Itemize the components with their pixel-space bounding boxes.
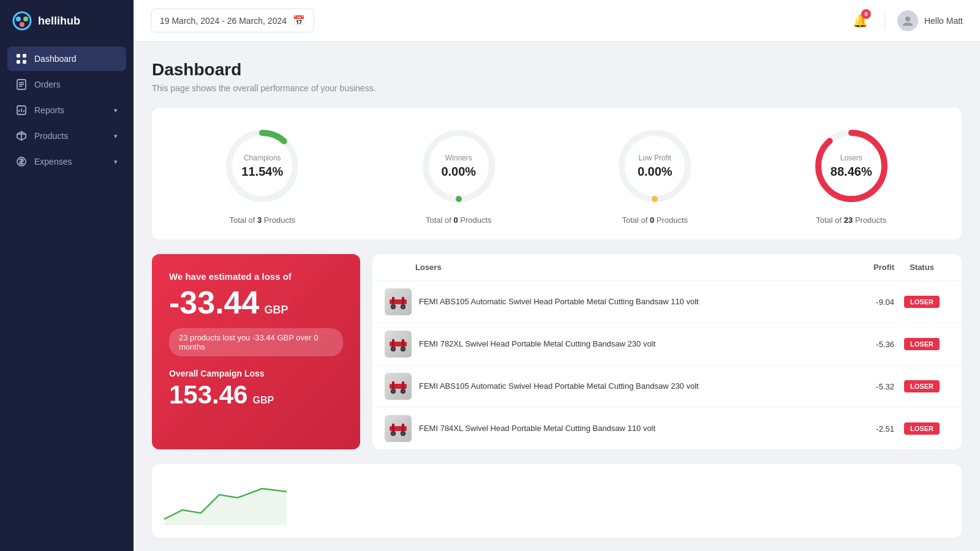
table-row: FEMI 782XL Swivel Head Portable Metal Cu… <box>372 323 962 365</box>
gauge-count: 0 <box>453 216 458 225</box>
reports-chevron-icon: ▾ <box>114 107 118 114</box>
header-right: 🔔 8 Hello Matt <box>849 9 963 32</box>
status-badge: LOSER <box>894 422 949 435</box>
gauge-count: 0 <box>650 216 654 225</box>
table-row: FEMI 784XL Swivel Head Portable Metal Cu… <box>372 408 962 449</box>
losers-rows: FEMI ABS105 Automatic Swivel Head Portab… <box>372 281 962 449</box>
dashboard-icon <box>16 53 27 64</box>
gauge-footer: Total of 0 Products <box>622 216 688 225</box>
sidebar-nav: Dashboard Orders Reports ▾ <box>0 42 134 179</box>
gauge-label-wrap: Losers 88.46% <box>831 154 872 179</box>
notification-button[interactable]: 🔔 8 <box>849 9 872 32</box>
calendar-icon: 📅 <box>293 15 305 26</box>
sidebar-item-dashboard-label: Dashboard <box>34 54 118 64</box>
loser-badge: LOSER <box>904 338 940 350</box>
product-image <box>385 331 412 358</box>
svg-point-34 <box>402 306 404 308</box>
sidebar-item-dashboard[interactable]: Dashboard <box>7 47 126 71</box>
avatar <box>897 10 918 31</box>
bandsaw-icon <box>387 333 409 355</box>
svg-point-46 <box>393 391 394 392</box>
product-image <box>385 288 412 315</box>
sidebar-item-products-label: Products <box>34 131 107 141</box>
gauge-category: Winners <box>441 154 476 162</box>
loss-number: -33.44 <box>169 287 259 318</box>
product-image <box>385 373 412 400</box>
gauge-item-low-profit: Low Profit 0.00% Total of 0 Products <box>557 126 753 225</box>
campaign-amount: 153.46 GBP <box>169 382 343 408</box>
product-image <box>385 415 412 442</box>
page-title: Dashboard <box>152 60 962 80</box>
svg-point-53 <box>393 433 394 435</box>
loss-card: We have estimated a loss of -33.44 GBP 2… <box>152 254 360 449</box>
sidebar-item-reports-label: Reports <box>34 105 107 115</box>
products-icon <box>16 130 27 141</box>
svg-point-2 <box>23 17 28 21</box>
gauge-card: Champions 11.54% Total of 3 Products Win… <box>152 108 962 239</box>
svg-point-32 <box>393 306 394 308</box>
profit-value: -9.04 <box>845 298 894 307</box>
date-range-picker[interactable]: 19 March, 2024 - 26 March, 2024 📅 <box>151 9 314 32</box>
svg-rect-7 <box>23 60 26 64</box>
sidebar-item-expenses[interactable]: Expenses ▾ <box>7 149 126 174</box>
content-area: Dashboard This page shows the overall pe… <box>134 42 980 551</box>
sidebar-item-orders[interactable]: Orders <box>7 72 126 97</box>
bandsaw-icon <box>387 375 409 397</box>
gauge-label-wrap: Low Profit 0.00% <box>638 154 673 179</box>
campaign-label: Overall Campaign Loss <box>169 369 343 378</box>
reports-icon <box>16 105 27 116</box>
gauge-label-wrap: Champions 11.54% <box>241 154 283 179</box>
page-subtitle: This page shows the overall performance … <box>152 83 962 93</box>
svg-point-41 <box>402 348 404 350</box>
logo[interactable]: hellihub <box>0 0 134 42</box>
orders-icon <box>16 79 27 90</box>
svg-point-19 <box>905 17 910 21</box>
gauge-circle: Winners 0.00% <box>419 126 499 206</box>
gauge-count: 23 <box>844 216 853 225</box>
bandsaw-icon <box>387 418 409 440</box>
expenses-chevron-icon: ▾ <box>114 158 118 166</box>
status-badge: LOSER <box>894 380 949 392</box>
table-row: FEMI ABS105 Automatic Swivel Head Portab… <box>372 281 962 323</box>
product-thumbnail <box>385 331 412 358</box>
sidebar-item-products[interactable]: Products ▾ <box>7 124 126 148</box>
table-row: FEMI ABS105 Automatic Swivel Head Portab… <box>372 365 962 408</box>
product-thumbnail <box>385 373 412 400</box>
app-name: hellihub <box>38 15 80 28</box>
campaign-currency: GBP <box>252 395 274 406</box>
gauge-category: Champions <box>241 154 283 162</box>
profit-value: -5.32 <box>845 382 894 391</box>
gauge-item-winners: Winners 0.00% Total of 0 Products <box>361 126 557 225</box>
date-range-text: 19 March, 2024 - 26 March, 2024 <box>160 16 287 26</box>
bottom-section: We have estimated a loss of -33.44 GBP 2… <box>152 254 962 449</box>
product-name: FEMI ABS105 Automatic Swivel Head Portab… <box>419 381 845 392</box>
expenses-icon <box>16 156 27 167</box>
gauge-footer: Total of 0 Products <box>426 216 492 225</box>
loss-intro-text: We have estimated a loss of <box>169 271 343 282</box>
product-name: FEMI 782XL Swivel Head Portable Metal Cu… <box>419 339 845 350</box>
svg-point-39 <box>393 348 394 350</box>
loss-currency: GBP <box>264 304 288 317</box>
gauge-count: 3 <box>257 216 262 225</box>
sidebar-item-orders-label: Orders <box>34 80 118 89</box>
th-profit: Profit <box>845 263 894 272</box>
gauge-footer: Total of 23 Products <box>816 216 886 225</box>
loss-amount: -33.44 GBP <box>169 287 343 318</box>
gauge-circle: Losers 88.46% <box>812 126 891 206</box>
sidebar-item-reports[interactable]: Reports ▾ <box>7 98 126 122</box>
loser-badge: LOSER <box>904 422 940 435</box>
product-thumbnail <box>385 415 412 442</box>
user-menu[interactable]: Hello Matt <box>897 10 963 31</box>
gauge-value: 0.00% <box>441 165 476 179</box>
gauge-category: Losers <box>831 154 872 162</box>
svg-rect-5 <box>23 54 26 58</box>
profit-value: -5.36 <box>845 340 894 349</box>
sidebar-item-expenses-label: Expenses <box>34 157 107 167</box>
gauge-category: Low Profit <box>638 154 673 162</box>
svg-point-55 <box>402 433 404 435</box>
gauge-value: 11.54% <box>241 165 283 179</box>
losers-table: Losers Profit Status FEMI ABS105 Automa <box>372 254 962 449</box>
user-greeting: Hello Matt <box>924 16 963 26</box>
gauge-item-champions: Champions 11.54% Total of 3 Products <box>164 126 361 225</box>
notification-badge: 8 <box>861 9 871 19</box>
